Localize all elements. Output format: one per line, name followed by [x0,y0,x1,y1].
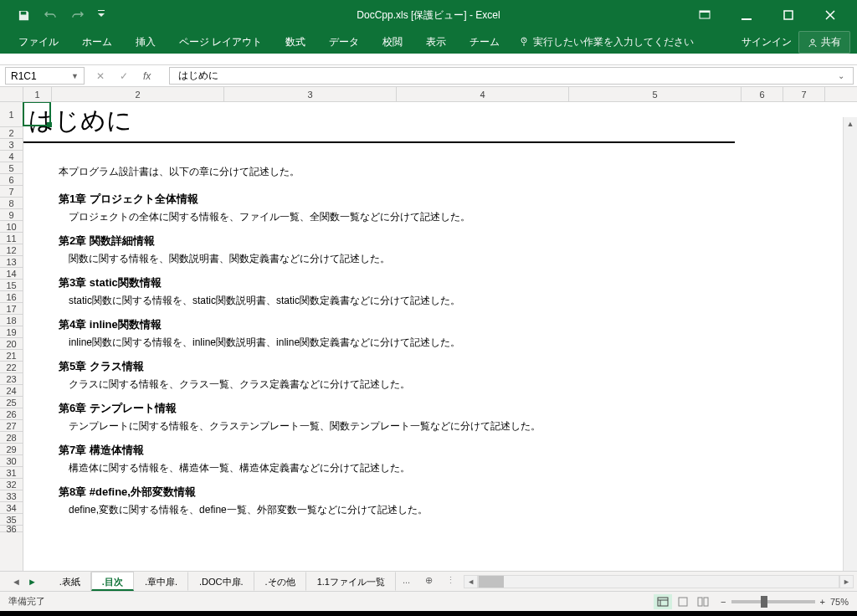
formula-input[interactable]: はじめに ⌄ [169,67,854,85]
save-icon[interactable] [17,8,30,22]
worksheet-grid[interactable]: 1234567891011121314151617181920212223242… [0,102,857,571]
page-break-view-icon[interactable] [694,594,712,609]
row-header[interactable]: 10 [0,221,23,233]
enter-icon[interactable]: ✓ [120,70,128,82]
col-header[interactable]: 7 [783,87,825,101]
row-header[interactable]: 11 [0,233,23,244]
row-header[interactable]: 20 [0,338,23,350]
col-header[interactable]: 4 [397,87,569,101]
name-box[interactable]: R1C1 ▼ [5,67,85,85]
expand-formula-icon[interactable]: ⌄ [838,71,844,80]
status-bar: 準備完了 − + 75% [0,591,857,611]
fx-icon[interactable]: fx [143,70,151,82]
row-header[interactable]: 21 [0,350,23,362]
ribbon-tab-3[interactable]: ページ レイアウト [167,30,274,54]
zoom-out-icon[interactable]: − [721,597,726,607]
tab-more[interactable]: ... [396,572,417,591]
chapter-desc: プロジェクトの全体に関する情報を、ファイル一覧、全関数一覧などに分けて記述した。 [69,210,857,224]
tab-next-icon[interactable]: ► [28,577,37,587]
row-header[interactable]: 5 [0,162,23,174]
qat-dropdown-icon[interactable] [97,8,105,22]
zoom-in-icon[interactable]: + [820,597,825,607]
row-header[interactable]: 2 [0,127,23,139]
hsb-thumb[interactable] [479,576,504,588]
row-header[interactable]: 22 [0,362,23,373]
ribbon-tab-8[interactable]: チーム [458,30,511,54]
row-header[interactable]: 6 [0,174,23,186]
row-header[interactable]: 29 [0,444,23,455]
scroll-up-icon[interactable]: ▲ [844,117,857,131]
sheet-tab[interactable]: .その他 [254,572,306,591]
sheet-body[interactable]: はじめに 本プログラム設計書は、以下の章に分けて記述した。 第1章 プロジェクト… [23,102,857,571]
signin-link[interactable]: サインイン [742,35,792,49]
undo-icon[interactable] [44,8,57,22]
row-header[interactable]: 27 [0,420,23,432]
row-header[interactable]: 26 [0,408,23,420]
ribbon-tab-2[interactable]: 挿入 [124,30,167,54]
col-header[interactable]: 3 [224,87,397,101]
row-header[interactable]: 31 [0,467,23,479]
sheet-tab[interactable]: .表紙 [49,572,91,591]
row-header[interactable]: 4 [0,151,23,162]
col-header[interactable]: 5 [569,87,742,101]
cancel-icon[interactable]: ✕ [96,70,105,82]
ribbon-tab-7[interactable]: 表示 [414,30,458,54]
add-sheet-icon[interactable]: ⊕ [417,572,441,591]
tab-prev-icon[interactable]: ◄ [12,577,21,587]
row-header[interactable]: 15 [0,280,23,291]
row-header[interactable]: 14 [0,268,23,280]
row-header[interactable]: 30 [0,455,23,467]
col-header[interactable]: 2 [52,87,224,101]
close-icon[interactable] [817,3,844,28]
vertical-scrollbar[interactable]: ▲ [843,117,857,571]
chevron-down-icon[interactable]: ▼ [71,72,79,80]
row-header[interactable]: 28 [0,432,23,444]
zoom-slider[interactable] [731,600,815,603]
row-header[interactable]: 18 [0,315,23,326]
ribbon-tab-1[interactable]: ホーム [70,30,124,54]
sheet-tab[interactable]: .章中扉. [134,572,188,591]
row-header[interactable]: 9 [0,209,23,221]
zoom-level[interactable]: 75% [830,597,849,607]
col-header[interactable]: 6 [742,87,783,101]
row-header[interactable]: 8 [0,198,23,209]
share-button[interactable]: 共有 [798,31,850,54]
ribbon-tab-4[interactable]: 数式 [274,30,317,54]
row-header[interactable]: 25 [0,397,23,408]
sheet-tab[interactable]: .DOC中扉. [188,572,254,591]
row-header[interactable]: 17 [0,303,23,315]
zoom-thumb[interactable] [761,596,767,608]
row-header[interactable]: 3 [0,139,23,151]
row-header[interactable]: 1 [0,102,23,127]
row-header[interactable]: 16 [0,291,23,303]
ribbon-tab-0[interactable]: ファイル [7,30,70,54]
ribbon-tab-5[interactable]: データ [317,30,371,54]
tell-me-search[interactable]: 実行したい作業を入力してください [511,35,702,49]
scroll-left-icon[interactable]: ◄ [464,575,478,588]
row-header[interactable]: 7 [0,186,23,198]
sheet-tab[interactable]: 1.1ファイル一覧 [306,572,396,591]
minimize-icon[interactable] [733,3,760,28]
col-header[interactable]: 1 [23,87,52,101]
chapter-title: 第2章 関数詳細情報 [59,234,155,247]
hsb-track[interactable] [478,575,839,588]
row-header[interactable]: 36 [0,526,23,532]
redo-icon[interactable] [70,8,84,22]
sheet-tab[interactable]: .目次 [91,572,134,591]
normal-view-icon[interactable] [654,594,672,609]
ribbon-display-icon[interactable] [691,3,718,28]
row-header[interactable]: 19 [0,326,23,338]
select-all-corner[interactable] [0,87,23,101]
row-header[interactable]: 24 [0,385,23,397]
row-header[interactable]: 12 [0,244,23,256]
horizontal-scrollbar[interactable]: ◄ ► [464,573,854,589]
scroll-right-icon[interactable]: ► [839,575,854,588]
row-header[interactable]: 34 [0,502,23,514]
row-header[interactable]: 23 [0,373,23,385]
row-header[interactable]: 32 [0,479,23,490]
ribbon-tab-6[interactable]: 校閲 [371,30,414,54]
maximize-icon[interactable] [775,3,802,28]
page-layout-view-icon[interactable] [674,594,692,609]
row-header[interactable]: 33 [0,490,23,502]
row-header[interactable]: 13 [0,256,23,268]
